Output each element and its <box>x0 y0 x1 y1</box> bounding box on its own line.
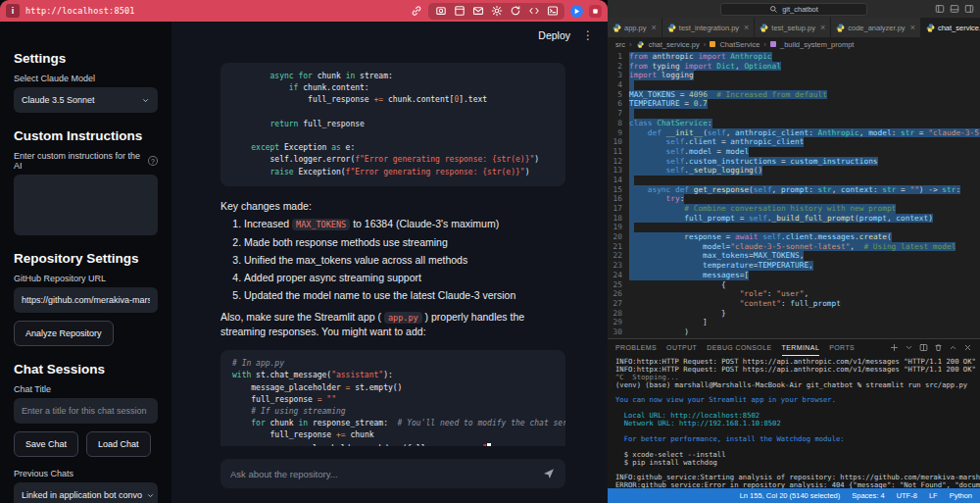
chevron-up-icon[interactable] <box>949 343 957 352</box>
deploy-button[interactable]: Deploy <box>538 29 570 41</box>
previous-chats-value: Linked in application bot convo <box>22 490 142 500</box>
layout-right-icon[interactable] <box>964 4 974 14</box>
chat-title-input[interactable] <box>14 398 158 424</box>
code-line: 7 <box>608 109 980 119</box>
code-line: ERROR:github_service:Error in repository… <box>615 481 980 488</box>
terminal[interactable]: INFO:httpx:HTTP Request: POST https://ap… <box>608 356 980 488</box>
tab-label: test_integration.py <box>679 24 739 32</box>
code-line: # In app.py <box>232 358 554 370</box>
breadcrumb-item[interactable]: ChatService <box>719 40 760 49</box>
code-line: 20 response = await self.client.messages… <box>608 232 980 242</box>
layout-left-icon[interactable] <box>935 4 945 14</box>
url-bar[interactable]: http://localhost:8501 <box>25 6 135 16</box>
code-line <box>232 130 554 142</box>
list-item: Added proper async streaming support <box>244 272 565 284</box>
code-line: 1from anthropic import Anthropic <box>608 52 980 62</box>
load-chat-button[interactable]: Load Chat <box>86 431 151 457</box>
trash-icon[interactable] <box>934 343 943 352</box>
repo-url-input[interactable] <box>14 287 158 313</box>
editor-tab-code_analyzer.py[interactable]: code_analyzer.py× <box>831 18 921 37</box>
chevron-down-icon <box>146 491 155 500</box>
panel-tab-problems[interactable]: PROBLEMS <box>615 339 657 356</box>
layout-bottom-icon[interactable] <box>950 4 959 14</box>
save-chat-button[interactable]: Save Chat <box>14 431 78 457</box>
status-item[interactable]: Spaces: 4 <box>852 491 884 500</box>
search-icon <box>769 5 778 14</box>
panel-header: PROBLEMSOUTPUTDEBUG CONSOLETERMINALPORTS <box>608 339 980 356</box>
link-icon[interactable] <box>410 5 422 18</box>
editor-tab-test_setup.py[interactable]: test_setup.py× <box>755 18 831 37</box>
list-item: Increased MAX_TOKENS to 16384 (Claude-3'… <box>244 218 565 231</box>
status-item[interactable]: Ln 155, Col 20 (5140 selected) <box>740 491 841 500</box>
code-line: message_placeholder.markdown(full_respon… <box>232 442 554 447</box>
sidebar: Settings Select Claude Model Claude 3.5 … <box>0 22 172 503</box>
code-line: # If using streaming <box>232 406 554 418</box>
custom-instructions-input[interactable] <box>14 175 158 235</box>
code-line: message_placeholder = st.empty() <box>232 382 554 394</box>
split-icon[interactable] <box>919 343 928 352</box>
code-line: 15 async def get_response(self, prompt: … <box>608 185 980 195</box>
code-line: for chunk in response_stream: # You'll n… <box>232 418 554 429</box>
chat-history[interactable]: async for chunk in stream: if chunk.cont… <box>172 22 608 446</box>
tab-close-icon[interactable]: × <box>744 24 749 32</box>
python-file-icon <box>836 24 845 32</box>
status-item[interactable]: LF <box>929 491 938 500</box>
browser-window: i http://localhost:8501 Settings Select … <box>0 0 608 503</box>
editor-tab-test_integration.py[interactable]: test_integration.py× <box>662 18 756 37</box>
chevron-down-icon[interactable] <box>905 343 913 352</box>
tab-close-icon[interactable]: × <box>820 24 825 32</box>
class-symbol-icon <box>710 41 715 47</box>
editor-tab-app.py[interactable]: app.py× <box>608 18 662 37</box>
tab-close-icon[interactable]: × <box>910 24 915 32</box>
overflow-menu-icon[interactable]: ⋮ <box>582 29 594 41</box>
window-capture-icon[interactable] <box>453 5 466 18</box>
record-icon[interactable] <box>589 5 602 18</box>
code-line: You can now view your Streamlit app in y… <box>615 396 980 404</box>
code-line: return full_response <box>232 119 554 130</box>
bottom-panel: PROBLEMSOUTPUTDEBUG CONSOLETERMINALPORTS… <box>608 338 980 488</box>
code-line <box>232 107 554 119</box>
close-icon[interactable] <box>963 343 972 352</box>
breadcrumb-item[interactable]: src <box>615 40 625 49</box>
screenshot-icon[interactable] <box>434 5 447 18</box>
python-file-icon <box>760 24 768 32</box>
code-line: 9 def __init__(self, anthropic_client: A… <box>608 128 980 138</box>
tab-label: app.py <box>624 24 647 32</box>
tab-close-icon[interactable]: × <box>652 24 657 32</box>
chat-input[interactable] <box>230 469 536 479</box>
settings-heading: Settings <box>14 51 158 66</box>
command-center-search[interactable]: git_chatbot <box>720 3 867 16</box>
status-item[interactable]: UTF-8 <box>897 491 917 500</box>
model-select[interactable]: Claude 3.5 Sonnet <box>14 87 158 113</box>
status-item[interactable]: Python <box>950 491 972 500</box>
code-line: $ pip install watchdog <box>615 459 980 467</box>
send-icon[interactable] <box>542 467 556 480</box>
plus-icon[interactable] <box>890 343 899 352</box>
mail-icon[interactable] <box>471 5 484 18</box>
status-bar-right: Ln 155, Col 20 (5140 selected)Spaces: 4U… <box>740 491 972 500</box>
previous-chats-select[interactable]: Linked in application bot convo <box>14 482 158 503</box>
refresh-icon[interactable] <box>509 5 521 18</box>
breadcrumb-item[interactable]: chat_service.py <box>649 40 700 49</box>
panel-tab-terminal[interactable]: TERMINAL <box>782 339 820 356</box>
terminal-icon[interactable] <box>546 5 559 18</box>
model-select-value: Claude 3.5 Sonnet <box>22 95 95 105</box>
browser-toolbar-icons <box>410 3 602 20</box>
editor-tab-chat_service.py[interactable]: chat_service.py× <box>921 18 980 37</box>
panel-tab-ports[interactable]: PORTS <box>829 339 855 356</box>
code-line: 4 <box>608 80 980 90</box>
panel-tab-debug-console[interactable]: DEBUG CONSOLE <box>707 339 771 356</box>
code-icon[interactable] <box>527 5 540 18</box>
gear-icon[interactable] <box>490 5 503 18</box>
chat-sessions-heading: Chat Sessions <box>14 362 158 377</box>
assistant-message-text: Key changes made: <box>220 200 565 212</box>
code-line: 14 <box>608 176 980 185</box>
code-line: 5MAX_TOKENS = 4096 # Increased from defa… <box>608 90 980 100</box>
analyze-repository-button[interactable]: Analyze Repository <box>14 321 114 346</box>
run-icon[interactable] <box>570 5 583 18</box>
panel-tab-output[interactable]: OUTPUT <box>666 339 697 356</box>
help-icon[interactable]: ? <box>148 156 158 166</box>
code-line: 30 ) <box>608 327 980 337</box>
code-editor[interactable]: 1from anthropic import Anthropic2from ty… <box>608 51 980 338</box>
breadcrumb-item[interactable]: _build_system_prompt <box>780 40 854 49</box>
